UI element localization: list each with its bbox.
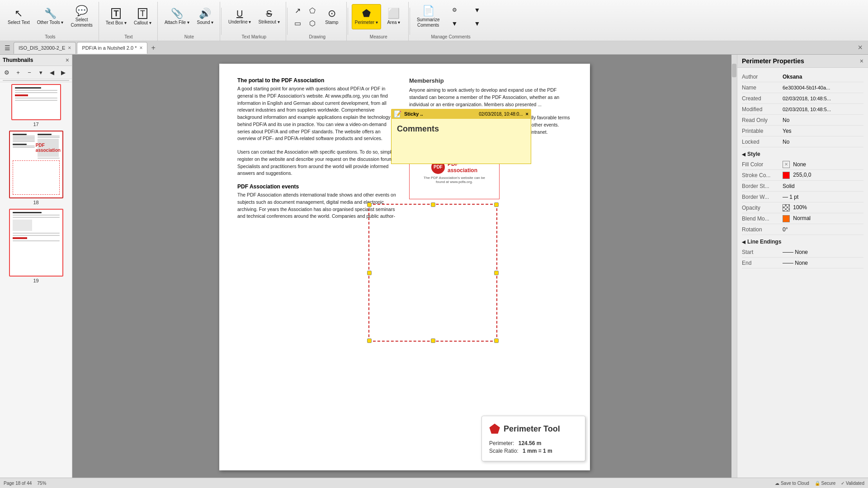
sticky-date: 02/03/2018, 10:48:0...	[479, 112, 523, 117]
divider1	[221, 8, 222, 35]
sound-button[interactable]: 🔊 Sound ▾	[193, 4, 217, 29]
stamp-button[interactable]: ⊙ Stamp	[320, 4, 344, 29]
thumb-nav-left-button[interactable]: ◀	[47, 67, 57, 77]
thumb-zoom-out-button[interactable]: −	[24, 67, 34, 77]
thumbnail-17[interactable]: 17	[2, 84, 70, 127]
tab-iso[interactable]: ISO_DIS_32000-2_E ×	[14, 42, 76, 54]
opacity-pattern-icon	[783, 204, 790, 211]
prop-printable: Printable Yes	[742, 126, 863, 136]
tab-bar: ☰ ISO_DIS_32000-2_E × PDF/A in a Nutshel…	[0, 41, 868, 55]
handle-bc[interactable]	[431, 338, 435, 343]
callout-button[interactable]: T Callout ▾	[131, 4, 155, 29]
callout-icon: T	[138, 8, 147, 19]
scrollbar-thumb[interactable]	[732, 64, 736, 77]
sticky-icon: 📝	[394, 110, 401, 117]
scrollbar-vertical[interactable]	[731, 55, 737, 478]
status-page-info: Page 18 of 44	[4, 481, 32, 486]
thumb-options-button[interactable]: ▾	[36, 67, 46, 77]
tab-pdfa-close[interactable]: ×	[139, 45, 142, 51]
thumbnails-title: Thumbnails	[3, 57, 64, 63]
comments-more2-button[interactable]: ▼	[443, 17, 465, 30]
prop-border-style: Border St... Solid	[742, 181, 863, 192]
toolbar-group-comments: 📄 SummarizeComments ⚙ ▼ ▼ ▼ Manage Comme…	[411, 2, 491, 41]
thumbnails-scroll-area	[0, 79, 72, 82]
style-section-label: Style	[747, 151, 760, 157]
toolbar-group-text: T Text Box ▾ T Callout ▾ Text	[100, 2, 158, 41]
thumbnails-list[interactable]: 17	[0, 82, 72, 478]
tools-icon: 🔧	[44, 9, 57, 19]
window-close-button[interactable]: ×	[854, 43, 866, 52]
tab-iso-label: ISO_DIS_32000-2_E	[19, 45, 65, 51]
page-left-col: The portal to the PDF Association A good…	[237, 77, 400, 220]
tab-bar-menu-icon[interactable]: ☰	[2, 42, 13, 53]
prop-created: Created 02/03/2018, 10:48:5...	[742, 93, 863, 104]
text-box-button[interactable]: T Text Box ▾	[103, 4, 130, 29]
handle-ml[interactable]	[367, 271, 372, 275]
hexagon-button[interactable]: ⬡	[306, 17, 319, 29]
para-users: Users can contact the Association with s…	[237, 149, 400, 177]
perimeter-button[interactable]: ⬟ Perimeter ▾	[352, 4, 381, 29]
textbox-icon: T	[111, 8, 121, 19]
rect-button[interactable]: ▭	[291, 17, 305, 29]
tab-pdfa[interactable]: PDF/A in a Nutshell 2.0 * ×	[77, 42, 147, 54]
handle-br[interactable]	[494, 338, 499, 343]
attach-file-button[interactable]: 📎 Attach File ▾	[161, 4, 193, 29]
perimeter-popup: ⬟ Perimeter Tool Perimeter: 124.56 m Sca…	[481, 416, 585, 461]
stamp-icon: ⊙	[328, 9, 336, 19]
perimeter-value-row: Perimeter: 124.56 m	[489, 440, 578, 446]
line-endings-section-header[interactable]: ◀ Line Endings	[742, 239, 863, 245]
comments-group-label: Manage Comments	[431, 33, 471, 41]
thumbnails-close-button[interactable]: ×	[66, 56, 69, 64]
thumb-page-19[interactable]	[9, 209, 63, 277]
thumb-nav-right-button[interactable]: ▶	[58, 67, 68, 77]
stroke-color-swatch	[783, 172, 790, 179]
arrow-button[interactable]: ↗	[291, 5, 305, 16]
sticky-note[interactable]: 📝 Sticky .. 02/03/2018, 10:48:0... × Com…	[391, 109, 531, 164]
summarize-icon: 📄	[422, 6, 434, 16]
thumb-num-17: 17	[33, 122, 38, 127]
select-comments-button[interactable]: 💬 SelectComments	[67, 4, 95, 29]
pentagon-button[interactable]: ⬠	[306, 5, 319, 16]
divider4	[410, 8, 410, 35]
toolbar: ↖ Select Text 🔧 Other Tools ▾ 💬 SelectCo…	[0, 0, 868, 41]
thumb-settings-button[interactable]: ⚙	[2, 67, 12, 77]
area-icon: ⬜	[387, 9, 400, 19]
other-tools-button[interactable]: 🔧 Other Tools ▾	[34, 4, 67, 29]
sticky-title: Sticky ..	[404, 111, 476, 117]
thumb-zoom-in-button[interactable]: +	[13, 67, 23, 77]
right-panel-header: Perimeter Properties ×	[737, 55, 868, 68]
select-text-button[interactable]: ↖ Select Text	[5, 4, 33, 29]
heading-events: PDF Association events	[237, 183, 400, 190]
toolbar-group-measure: ⬟ Perimeter ▾ ⬜ Area ▾ Measure	[349, 2, 409, 41]
prop-start-ending: Start —— None	[742, 247, 863, 258]
thumbnail-18[interactable]: PDFassociation 18	[2, 131, 70, 205]
tab-iso-close[interactable]: ×	[68, 45, 71, 51]
para-membership1: Anyone aiming to work actively to develo…	[409, 87, 572, 108]
style-section-header[interactable]: ◀ Style	[742, 151, 863, 157]
strikeout-icon: S	[266, 9, 272, 18]
tab-add-button[interactable]: +	[148, 44, 158, 52]
fill-color-x-icon: ✕	[783, 161, 790, 168]
perimeter-popup-header: ⬟ Perimeter Tool	[489, 422, 578, 436]
page-area[interactable]: The portal to the PDF Association A good…	[72, 55, 737, 478]
prop-locked: Locked No	[742, 136, 863, 147]
sticky-close-button[interactable]: ×	[526, 111, 528, 117]
thumb-page-18[interactable]: PDFassociation	[9, 131, 63, 198]
comments-more1-button[interactable]: ⚙	[443, 4, 465, 16]
perimeter-icon: ⬟	[362, 9, 371, 19]
handle-mr[interactable]	[494, 271, 499, 275]
handle-bl[interactable]	[367, 338, 372, 343]
comments-more4-button[interactable]: ▼	[466, 17, 488, 30]
thumb-page-17[interactable]	[11, 84, 61, 120]
right-panel-close-button[interactable]: ×	[860, 57, 863, 65]
sticky-body[interactable]: Comments	[391, 119, 531, 164]
summarize-comments-button[interactable]: 📄 SummarizeComments	[414, 4, 443, 29]
underline-button[interactable]: U Underline ▾	[225, 4, 255, 29]
strikeout-button[interactable]: S Strikeout ▾	[255, 4, 283, 29]
thumbnail-19[interactable]: 19	[2, 209, 70, 283]
measure-group-label: Measure	[370, 33, 387, 41]
perimeter-data: Perimeter: 124.56 m Scale Ratio: 1 mm = …	[489, 440, 578, 454]
comments-more3-button[interactable]: ▼	[466, 4, 488, 16]
area-button[interactable]: ⬜ Area ▾	[382, 4, 406, 29]
sound-icon: 🔊	[199, 9, 211, 19]
